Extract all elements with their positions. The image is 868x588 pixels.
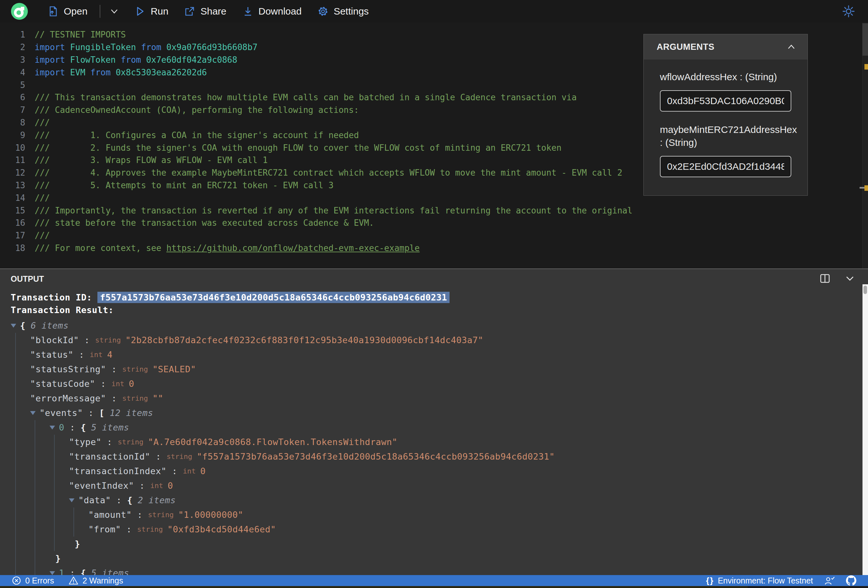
code-line-row[interactable]: 16/// state before the transaction was e… [0,217,868,229]
settings-button[interactable]: Settings [317,6,369,17]
line-number: 11 [0,155,25,165]
arguments-panel: ARGUMENTS wflowAddressHex : (String) may… [644,34,808,196]
code-line: /// Importantly, the transaction is reve… [35,206,632,215]
json-tree-row: "eventIndex" : int0 [69,478,862,493]
flow-runner-app: Open Run Share [0,0,868,588]
code-token: from [86,68,116,77]
errors-status[interactable]: 0 Errors [12,576,54,585]
json-tree-row: "errorMessage" : string"" [30,391,862,405]
tree-key: "from" [89,524,121,534]
feedback-user-icon[interactable] [824,576,835,585]
output-scrollbar[interactable] [862,284,868,575]
open-button[interactable]: Open [47,6,87,17]
json-tree-row: "from" : string"0xfd3b4cd50d44e6ed" [89,522,862,536]
code-token: // TESTNET IMPORTS [35,30,126,40]
collapse-triangle-icon[interactable] [11,323,16,328]
chevron-up-icon[interactable] [786,44,796,50]
editor-scrollbar-thumb[interactable] [862,23,868,56]
download-icon [242,6,254,17]
collapse-triangle-icon[interactable] [69,498,74,502]
collapse-triangle-icon[interactable] [30,411,35,415]
transaction-result-label: Transaction Result: [11,304,862,316]
line-number: 6 [0,93,25,102]
tree-text: : [132,510,148,520]
line-number: 16 [0,218,25,228]
code-token: /// For more context, see [35,243,166,253]
tree-key: "amount" [89,510,132,520]
json-tree-row: "transactionId" : string"f557a1573b76aa5… [69,449,862,464]
code-line: /// This transaction demonstrates how mu… [35,93,577,102]
warning-triangle-icon [68,576,79,585]
tree-value: "A.7e60df042a9c0868.FlowToken.TokensWith… [148,437,397,447]
open-file-icon [47,6,59,17]
tree-value: 4 [107,350,113,360]
json-tree-row: 1 : {5 items [50,566,862,575]
line-number: 7 [0,105,25,115]
transaction-id-value[interactable]: f557a1573b76aa53e73d46f3e10d200d5c18a653… [97,292,450,303]
code-token: 0x7e60df042a9c0868 [146,55,237,65]
json-tree-row: "status" : int4 [30,347,862,362]
code-link[interactable]: https://github.com/onflow/batched-evm-ex… [166,243,420,253]
editor-scrollbar[interactable] [862,23,868,268]
tree-value-type: string [137,525,163,533]
code-token: /// [35,231,50,240]
code-line-row[interactable]: 18/// For more context, see https://gith… [0,242,868,255]
code-line: /// 1. Configures a COA in the signer's … [35,130,359,140]
code-token: EVM [70,68,86,77]
code-line: /// 3. Wraps FLOW as WFLOW - EVM call 1 [35,155,268,165]
arguments-title: ARGUMENTS [657,42,714,52]
warnings-status[interactable]: 2 Warnings [68,576,123,585]
code-token: import [35,55,70,65]
code-line-row[interactable]: 17/// [0,229,868,242]
warning-marker-icon [864,185,868,191]
arguments-header[interactable]: ARGUMENTS [644,34,807,59]
json-tree-row: "statusCode" : int0 [30,376,862,391]
environment-status[interactable]: { } Environment: Flow Testnet [706,576,813,586]
toolbar: Open Run Share [0,0,868,23]
theme-toggle-button[interactable] [842,5,855,18]
argument-label: wflowAddressHex : (String) [660,71,791,84]
flow-logo-icon [11,3,28,20]
tree-key: "transactionIndex" [69,466,167,476]
tree-value-type: string [95,336,121,344]
code-token: /// Importantly, the transaction is reve… [35,206,632,215]
share-icon [184,6,195,17]
warnings-count: 2 Warnings [83,576,123,585]
line-number: 1 [0,30,25,40]
tree-text: : [106,393,123,403]
share-button[interactable]: Share [184,6,226,17]
line-number: 13 [0,180,25,190]
tree-value-type: int [150,482,163,490]
tree-value: 0 [168,480,173,491]
environment-label: Environment: Flow Testnet [718,576,813,585]
desktop-edge-strip [0,586,748,588]
code-line: import EVM from 0x8c5303eaa26202d6 [35,68,207,77]
download-button[interactable]: Download [242,6,302,17]
tree-text: : [74,350,90,360]
output-body[interactable]: Transaction ID: f557a1573b76aa53e73d46f3… [0,288,862,575]
tree-brace: { [127,495,133,505]
gear-icon [317,6,329,17]
wflow-address-input[interactable] [660,90,791,112]
collapse-panel-chevron-down-icon[interactable] [844,275,856,282]
download-label: Download [258,6,302,17]
json-tree-row: "type" : string"A.7e60df042a9c0868.FlowT… [69,435,862,449]
share-label: Share [200,6,226,17]
code-line-row[interactable]: 15/// Importantly, the transaction is re… [0,204,868,217]
json-tree-children: "blockId" : string"2b28cbfb87da2cfec4f02… [15,333,862,575]
line-number: 2 [0,42,25,52]
collapse-triangle-icon[interactable] [50,571,55,575]
run-button[interactable]: Run [134,6,168,17]
github-icon[interactable] [846,575,856,586]
code-token: FlowToken [70,55,116,65]
output-scrollbar-thumb[interactable] [864,286,867,294]
collapse-triangle-icon[interactable] [50,425,55,429]
tree-text: : [102,437,118,447]
maybe-mint-erc721-address-input[interactable] [660,156,791,177]
json-tree-row: "data" : {2 items [69,493,862,507]
tree-key: "events" [40,408,83,418]
split-editor-icon[interactable] [819,272,831,284]
open-dropdown-button[interactable] [109,8,119,15]
code-line: /// [35,118,50,127]
json-tree-row: "statusString" : string"SEALED" [30,362,862,376]
